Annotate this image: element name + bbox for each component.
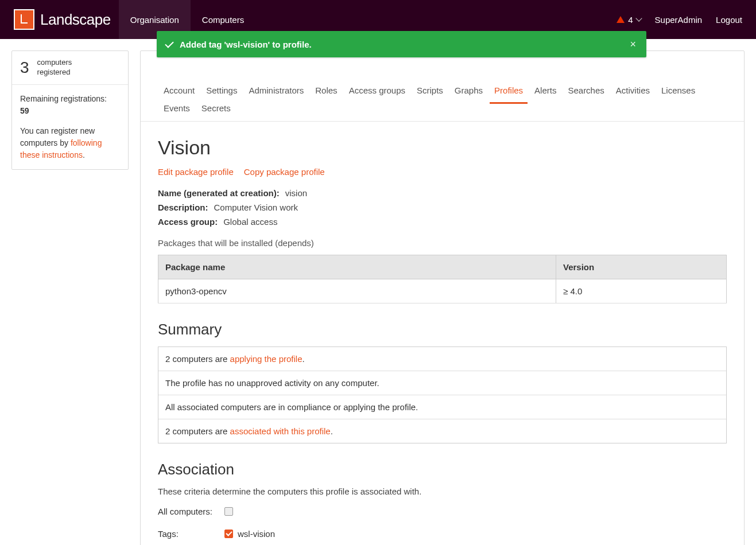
computers-label-1: computers xyxy=(37,58,72,68)
remaining-value: 59 xyxy=(20,105,120,117)
logout-link[interactable]: Logout xyxy=(716,15,742,25)
computers-label-2: registered xyxy=(37,68,72,77)
col-package-name: Package name xyxy=(158,255,556,279)
tag-checkbox[interactable] xyxy=(224,530,233,538)
tab-access-groups[interactable]: Access groups xyxy=(343,85,411,103)
all-computers-label: All computers: xyxy=(158,507,224,516)
summary-row-4: 2 computers are associated with this pro… xyxy=(158,419,726,443)
tab-events[interactable]: Events xyxy=(158,103,196,121)
edit-profile-link[interactable]: Edit package profile xyxy=(158,167,234,177)
tab-scripts[interactable]: Scripts xyxy=(411,85,449,103)
register-help: You can register new computers by follow… xyxy=(20,125,120,161)
section-tabs: Account Settings Administrators Roles Ac… xyxy=(141,72,744,122)
alert-count: 4 xyxy=(628,15,633,25)
meta-desc-value: Computer Vision work xyxy=(214,203,298,212)
meta-desc-label: Description: xyxy=(158,203,208,212)
tab-settings[interactable]: Settings xyxy=(200,85,243,103)
success-notification: Added tag 'wsl-vision' to profile. × xyxy=(157,31,646,57)
association-heading: Association xyxy=(158,461,727,478)
summary-row-1: 2 computers are applying the profile. xyxy=(158,347,726,371)
summary-list: 2 computers are applying the profile. Th… xyxy=(158,347,727,443)
tab-roles[interactable]: Roles xyxy=(309,85,343,103)
topbar-right: 4 SuperAdmin Logout xyxy=(617,15,742,25)
user-link[interactable]: SuperAdmin xyxy=(655,15,703,25)
meta-access-label: Access group: xyxy=(158,217,218,227)
applying-profile-link[interactable]: applying the profile xyxy=(230,354,303,364)
cell-version: ≥ 4.0 xyxy=(556,279,727,303)
copy-profile-link[interactable]: Copy package profile xyxy=(244,167,325,177)
meta-name-label: Name (generated at creation): xyxy=(158,188,280,198)
register-suffix: . xyxy=(83,150,85,159)
notification-message: Added tag 'wsl-vision' to profile. xyxy=(180,40,312,49)
alerts-indicator[interactable]: 4 xyxy=(617,15,641,25)
meta-name-value: vision xyxy=(285,188,307,198)
check-icon xyxy=(167,40,172,49)
tags-label: Tags: xyxy=(158,529,224,539)
alert-triangle-icon xyxy=(617,16,625,23)
sidebar-computers-count: 3 computers registered xyxy=(12,51,128,85)
brand[interactable]: Landscape xyxy=(14,9,111,30)
meta-access-value: Global access xyxy=(223,217,277,227)
summary-row-3: All associated computers are in complian… xyxy=(158,395,726,419)
tab-alerts[interactable]: Alerts xyxy=(529,85,562,103)
page-title: Vision xyxy=(158,137,727,159)
chevron-down-icon xyxy=(635,15,642,21)
packages-caption: Packages that will be installed (depends… xyxy=(158,238,727,248)
col-version: Version xyxy=(556,255,727,279)
tab-activities[interactable]: Activities xyxy=(610,85,656,103)
cell-package-name: python3-opencv xyxy=(158,279,556,303)
computers-count: 3 xyxy=(20,59,29,77)
brand-text: Landscape xyxy=(40,11,111,29)
summary-heading: Summary xyxy=(158,321,727,338)
tab-searches[interactable]: Searches xyxy=(562,85,610,103)
remaining-label: Remaining registrations: xyxy=(20,93,120,105)
close-icon[interactable]: × xyxy=(630,39,636,49)
tab-licenses[interactable]: Licenses xyxy=(656,85,701,103)
tab-graphs[interactable]: Graphs xyxy=(449,85,489,103)
tab-account[interactable]: Account xyxy=(158,85,200,103)
sidebar: 3 computers registered Remaining registr… xyxy=(11,50,129,170)
tab-secrets[interactable]: Secrets xyxy=(196,103,237,121)
associated-profile-link[interactable]: associated with this profile xyxy=(230,426,331,436)
all-computers-checkbox[interactable] xyxy=(224,507,233,516)
main-panel: Added tag 'wsl-vision' to profile. × Acc… xyxy=(140,50,745,545)
association-desc: These criteria determine the computers t… xyxy=(158,486,727,496)
packages-table: Package name Version python3-opencv ≥ 4.… xyxy=(158,255,727,303)
tab-administrators[interactable]: Administrators xyxy=(243,85,309,103)
tag-value: wsl-vision xyxy=(238,529,275,539)
summary-row-2: The profile has no unapproved activity o… xyxy=(158,371,726,395)
brand-icon xyxy=(14,9,34,30)
tab-profiles[interactable]: Profiles xyxy=(489,85,529,103)
table-row: python3-opencv ≥ 4.0 xyxy=(158,279,727,303)
